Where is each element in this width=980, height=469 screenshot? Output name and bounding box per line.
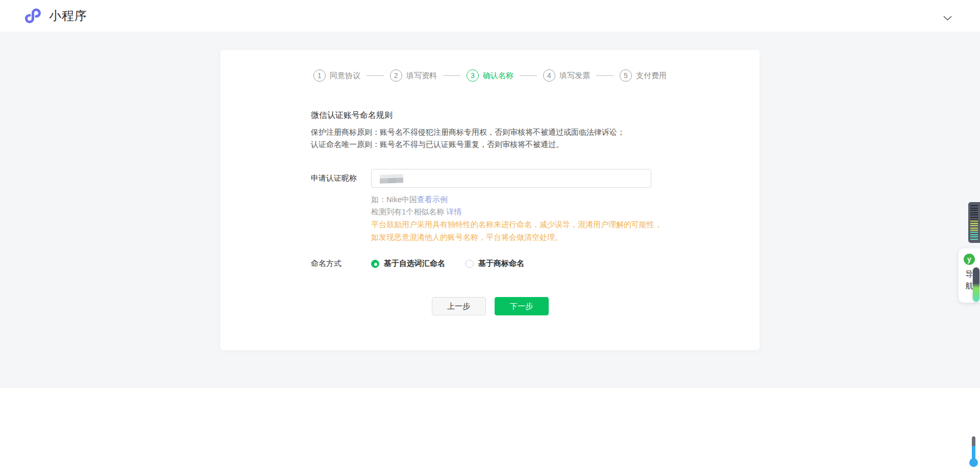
step-connector — [443, 75, 460, 76]
step-label: 支付费用 — [636, 71, 667, 81]
nickname-label: 申请认证昵称 — [311, 174, 371, 183]
naming-method-group: 基于自选词汇命名 基于商标命名 — [371, 259, 524, 268]
rules-line-trademark: 保护注册商标原则：账号名不得侵犯注册商标专用权，否则审核将不被通过或面临法律诉讼… — [311, 126, 760, 138]
similar-detail-link[interactable]: 详情 — [447, 207, 462, 216]
step-confirm-name: 3 确认名称 — [467, 69, 513, 82]
warning-line-2: 如发现恶意混淆他人的账号名称，平台将会做清空处理。 — [371, 231, 760, 243]
step-label: 填写发票 — [559, 71, 590, 81]
step-label: 填写资料 — [406, 71, 437, 81]
minimap-dark-stripes — [970, 205, 978, 220]
radio-selected-icon — [371, 260, 379, 268]
step-pay: 5 支付费用 — [620, 69, 667, 82]
step-label: 确认名称 — [483, 71, 513, 81]
miniprogram-home-link[interactable]: 小程序 — [23, 6, 87, 26]
footer — [0, 387, 980, 469]
step-number: 3 — [467, 69, 479, 82]
step-agree: 1 同意协议 — [313, 69, 360, 82]
step-connector — [520, 75, 537, 76]
naming-rules-section: 微信认证账号命名规则 保护注册商标原则：账号名不得侵犯注册商标专用权，否则审核将… — [220, 110, 760, 151]
nickname-row: 申请认证昵称 — [220, 169, 760, 188]
next-step-button[interactable]: 下一步 — [495, 297, 549, 315]
miniprogram-logo-icon — [23, 6, 42, 26]
step-number: 5 — [620, 69, 632, 82]
view-example-link[interactable]: 查看示例 — [417, 195, 448, 204]
page-title: 小程序 — [49, 8, 87, 24]
thermometer-bulb-icon — [969, 458, 978, 467]
chevron-down-icon — [943, 16, 952, 21]
radio-label: 基于商标命名 — [478, 259, 524, 268]
step-number: 4 — [543, 69, 555, 82]
similar-name-text: 检测到有1个相似名称 — [371, 207, 447, 216]
action-buttons: 上一步 下一步 — [220, 297, 760, 315]
minimap-lime-stripes — [970, 220, 978, 232]
warning-line-1: 平台鼓励用户采用具有独特性的名称来进行命名，减少误导，混淆用户理解的可能性， — [371, 218, 760, 231]
radio-trademark[interactable]: 基于商标命名 — [465, 259, 524, 268]
main-area: 1 同意协议 2 填写资料 3 确认名称 4 填写发票 5 支付费用 — [0, 32, 980, 387]
naming-method-label: 命名方式 — [311, 259, 371, 268]
minimap-scroll-widget[interactable] — [968, 202, 980, 243]
radio-unselected-icon — [465, 260, 474, 268]
step-connector — [596, 75, 614, 76]
step-invoice: 4 填写发票 — [543, 69, 590, 82]
minimap-teal-stripes — [970, 232, 978, 240]
nav-scrollbar-handle[interactable] — [973, 267, 979, 302]
verification-card: 1 同意协议 2 填写资料 3 确认名称 4 填写发票 5 支付费用 — [220, 50, 760, 350]
naming-method-row: 命名方式 基于自选词汇命名 基于商标命名 — [220, 259, 760, 268]
prev-step-button[interactable]: 上一步 — [432, 297, 486, 315]
nickname-input[interactable] — [371, 169, 651, 188]
account-dropdown-toggle[interactable] — [943, 14, 952, 23]
example-hint-text: 如：Nike中国 — [371, 195, 417, 204]
stepper: 1 同意协议 2 填写资料 3 确认名称 4 填写发票 5 支付费用 — [220, 69, 760, 82]
rules-heading: 微信认证账号命名规则 — [311, 110, 760, 121]
radio-label: 基于自选词汇命名 — [384, 259, 445, 268]
nickname-redacted-value — [380, 174, 403, 184]
nav-helper-icon: y — [964, 254, 975, 265]
rules-line-unique: 认证命名唯一原则：账号名不得与已认证账号重复，否则审核将不被通过。 — [311, 138, 760, 151]
radio-custom-words[interactable]: 基于自选词汇命名 — [371, 259, 445, 268]
step-label: 同意协议 — [330, 71, 360, 81]
step-fill-info: 2 填写资料 — [390, 69, 437, 82]
thermometer-stem-icon — [972, 436, 975, 460]
step-number: 1 — [313, 69, 326, 82]
header: 小程序 — [0, 0, 980, 32]
nickname-hints: 如：Nike中国查看示例 检测到有1个相似名称 详情 平台鼓励用户采用具有独特性… — [220, 193, 760, 243]
scroll-thermometer-widget[interactable] — [969, 436, 978, 467]
step-number: 2 — [390, 69, 402, 82]
step-connector — [366, 75, 384, 76]
